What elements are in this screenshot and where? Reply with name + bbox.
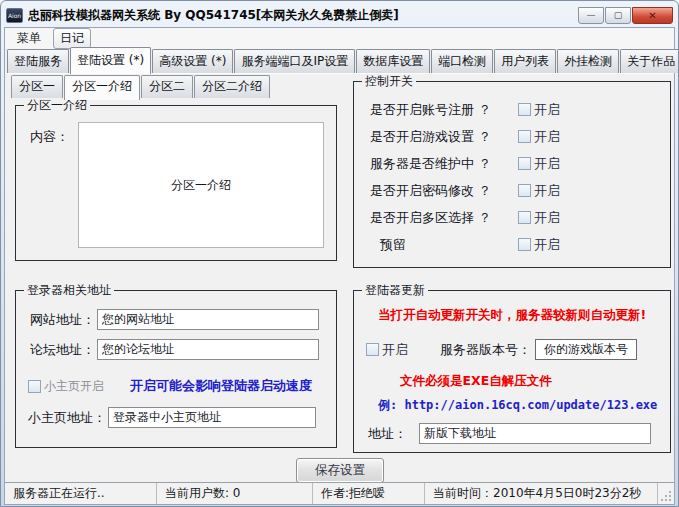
- maintenance-checkbox[interactable]: [518, 157, 531, 170]
- save-settings-button[interactable]: 保存设置: [296, 458, 384, 483]
- on-label: 开启: [534, 128, 560, 146]
- switch-question: 是否开启游戏设置 ？: [370, 128, 518, 146]
- tab-page: 分区一 分区一介绍 分区二 分区二介绍 分区一介绍 内容： 分区一介绍 控制开关…: [5, 73, 674, 482]
- on-label: 开启: [534, 236, 560, 254]
- tab-login-service[interactable]: 登陆服务: [7, 49, 69, 73]
- update-addr-input[interactable]: [419, 423, 651, 444]
- on-label: 开启: [534, 101, 560, 119]
- website-label: 网站地址：: [30, 311, 95, 329]
- version-label: 服务器版本号：: [440, 341, 531, 359]
- client-area: 菜单 日记 登陆服务 登陆设置 (*) 高级设置 (*) 服务端端口及IP设置 …: [4, 27, 675, 505]
- game-settings-checkbox[interactable]: [518, 130, 531, 143]
- resize-grip-icon[interactable]: [658, 483, 674, 504]
- version-row: 开启 服务器版本号：: [366, 339, 637, 360]
- switch-row-register: 是否开启账号注册 ？ 开启: [354, 96, 670, 123]
- minimize-icon[interactable]: —: [578, 7, 604, 24]
- reserved-checkbox[interactable]: [518, 238, 531, 251]
- tab-port-check[interactable]: 端口检测: [431, 49, 493, 73]
- status-current-time: 当前时间：2010年4月5日0时23分2秒: [425, 483, 658, 504]
- example-url: 例: http://aion.16cq.com/update/123.exe: [378, 397, 657, 414]
- tab-server-port-ip[interactable]: 服务端端口及IP设置: [234, 49, 355, 73]
- maximize-icon[interactable]: ▢: [605, 7, 631, 24]
- menu-item-caidan[interactable]: 菜单: [11, 29, 47, 48]
- subtab-zone2-intro[interactable]: 分区二介绍: [194, 75, 270, 98]
- subtab-zone1-intro[interactable]: 分区一介绍: [64, 75, 140, 100]
- status-bar: 服务器正在运行.. 当前用户数: 0 作者:拒绝嗳 当前时间：2010年4月5日…: [5, 482, 674, 504]
- main-tab-bar: 登陆服务 登陆设置 (*) 高级设置 (*) 服务端端口及IP设置 数据库设置 …: [5, 50, 674, 73]
- minipage-checkbox-label: 小主页开启: [44, 378, 104, 395]
- subtab-zone1[interactable]: 分区一: [11, 75, 63, 98]
- group-launcher-update: 登陆器更新 当打开自动更新开关时，服务器较新则自动更新! 开启 服务器版本号： …: [353, 290, 671, 453]
- switch-row-multi-zone: 是否开启多区选择 ？ 开启: [354, 204, 670, 231]
- close-icon[interactable]: ✕: [632, 7, 673, 24]
- group-title: 控制开关: [362, 74, 416, 88]
- file-note: 文件必须是EXE自解压文件: [400, 373, 552, 390]
- group-launcher-addresses: 登录器相关地址 网站地址： 论坛地址： 小主页开启 开启可能会影响登陆器启动速度…: [15, 290, 337, 448]
- update-enable-checkbox[interactable]: [366, 343, 379, 356]
- status-server-running: 服务器正在运行..: [5, 483, 157, 504]
- minipage-hint: 开启可能会影响登陆器启动速度: [130, 377, 312, 395]
- tab-plugin-check[interactable]: 外挂检测: [557, 49, 619, 73]
- group-control-switches: 控制开关 是否开启账号注册 ？ 开启 是否开启游戏设置 ？ 开启 服务器是否维护…: [353, 81, 671, 268]
- group-title: 登陆器更新: [362, 283, 428, 297]
- on-label: 开启: [534, 209, 560, 227]
- switch-row-game-settings: 是否开启游戏设置 ？ 开启: [354, 123, 670, 150]
- on-label: 开启: [534, 155, 560, 173]
- update-warning: 当打开自动更新开关时，服务器较新则自动更新!: [378, 307, 646, 324]
- switch-question: 是否开启账号注册 ？: [370, 101, 518, 119]
- group-zone1-intro: 分区一介绍 内容： 分区一介绍: [15, 105, 337, 261]
- content-label: 内容：: [30, 128, 69, 146]
- minipage-row: 小主页开启 开启可能会影响登陆器启动速度: [28, 377, 312, 395]
- menu-item-riji[interactable]: 日记: [53, 28, 91, 49]
- minipage-addr-input[interactable]: [108, 407, 316, 428]
- zone1-intro-textarea[interactable]: 分区一介绍: [78, 122, 324, 248]
- tab-database-settings[interactable]: 数据库设置: [356, 49, 430, 73]
- app-window: Aion 忠丽科技模拟器网关系统 By QQ541745[本网关永久免费禁止倒卖…: [0, 0, 679, 507]
- app-icon: Aion: [6, 8, 23, 23]
- forum-label: 论坛地址：: [30, 341, 95, 359]
- switch-question: 预留: [370, 236, 518, 254]
- group-title: 分区一介绍: [24, 98, 90, 112]
- website-input[interactable]: [97, 309, 319, 330]
- minipage-addr-label: 小主页地址：: [28, 409, 106, 427]
- update-addr-label: 地址：: [368, 425, 407, 443]
- switch-row-reserved: 预留 开启: [354, 231, 670, 258]
- forum-input[interactable]: [97, 339, 319, 360]
- password-change-checkbox[interactable]: [518, 184, 531, 197]
- update-addr-row: 地址：: [368, 423, 651, 444]
- sub-tab-bar: 分区一 分区一介绍 分区二 分区二介绍: [11, 75, 271, 98]
- tab-advanced-settings[interactable]: 高级设置 (*): [152, 49, 233, 73]
- update-warning-row: 当打开自动更新开关时，服务器较新则自动更新!: [354, 307, 670, 324]
- switch-row-password-change: 是否开启密码修改 ？ 开启: [354, 177, 670, 204]
- minipage-checkbox[interactable]: [28, 380, 41, 393]
- register-checkbox[interactable]: [518, 103, 531, 116]
- website-row: 网站地址：: [30, 309, 319, 330]
- switch-question: 是否开启密码修改 ？: [370, 182, 518, 200]
- example-row: 例: http://aion.16cq.com/update/123.exe: [378, 397, 657, 414]
- window-controls: — ▢ ✕: [578, 7, 673, 24]
- switch-question: 是否开启多区选择 ？: [370, 209, 518, 227]
- switch-question: 服务器是否维护中 ？: [370, 155, 518, 173]
- group-title: 登录器相关地址: [24, 283, 114, 297]
- status-author: 作者:拒绝嗳: [313, 483, 425, 504]
- multi-zone-checkbox[interactable]: [518, 211, 531, 224]
- forum-row: 论坛地址：: [30, 339, 319, 360]
- subtab-zone2[interactable]: 分区二: [141, 75, 193, 98]
- on-label: 开启: [534, 182, 560, 200]
- file-note-row: 文件必须是EXE自解压文件: [400, 373, 552, 390]
- switch-row-maintenance: 服务器是否维护中 ？ 开启: [354, 150, 670, 177]
- minipage-addr-row: 小主页地址：: [28, 407, 316, 428]
- tab-user-list[interactable]: 用户列表: [494, 49, 556, 73]
- window-title: 忠丽科技模拟器网关系统 By QQ541745[本网关永久免费禁止倒卖]: [28, 7, 572, 24]
- title-bar: Aion 忠丽科技模拟器网关系统 By QQ541745[本网关永久免费禁止倒卖…: [4, 3, 675, 27]
- status-user-count: 当前用户数: 0: [157, 483, 313, 504]
- update-enable-label: 开启: [382, 341, 408, 359]
- tab-about[interactable]: 关于作品: [620, 49, 679, 73]
- version-input[interactable]: [535, 339, 637, 360]
- tab-login-settings[interactable]: 登陆设置 (*): [70, 47, 151, 74]
